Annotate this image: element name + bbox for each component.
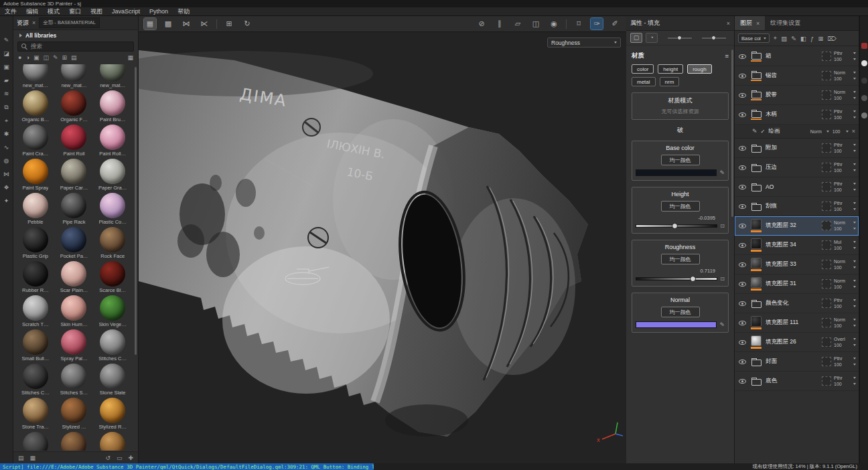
dock-shader-settings-icon[interactable] <box>861 78 867 84</box>
blend-mode-dropdown[interactable]: Norm <box>834 220 856 225</box>
opacity-dropdown[interactable]: 100 <box>834 265 856 270</box>
material-item[interactable]: Paper Gra… <box>93 159 132 191</box>
blend-mode-dropdown[interactable]: Overl <box>834 337 856 341</box>
pen-icon[interactable]: ✑ <box>591 18 603 29</box>
visibility-eye-icon[interactable] <box>737 54 747 59</box>
opacity-dropdown[interactable]: 100 <box>834 226 856 231</box>
normal-uniform-button[interactable]: 均一颜色 <box>661 307 700 317</box>
blend-mode-dropdown[interactable]: Pthr <box>834 51 856 56</box>
material-item[interactable]: Stylized … <box>55 398 94 430</box>
blend-mode-dropdown[interactable]: Pthr <box>834 376 856 380</box>
mask-thumbnail[interactable] <box>822 52 831 61</box>
blend-mode-dropdown[interactable]: Norm <box>834 317 856 322</box>
material-item[interactable]: Paint Roll <box>55 125 94 157</box>
filter-all-icon[interactable]: ● <box>18 54 21 61</box>
material-item[interactable]: Pocket Pa… <box>55 227 94 259</box>
dock-camera-settings-icon[interactable] <box>861 95 867 101</box>
mask-thumbnail[interactable] <box>822 299 831 308</box>
geometry-mask-icon[interactable]: ❖ <box>1 183 11 192</box>
channel-metal-button[interactable]: metal <box>632 77 656 86</box>
import-resources-icon[interactable]: ▭ <box>117 455 123 461</box>
mask-thumbnail[interactable] <box>822 202 831 211</box>
opacity-dropdown[interactable]: 100 <box>834 149 856 153</box>
material-mode-icon[interactable]: ▢ <box>630 33 642 43</box>
quick-mask-icon[interactable]: ◍ <box>1 157 11 165</box>
expand-icon[interactable]: ⊡ <box>720 276 725 282</box>
channel-height-button[interactable]: height <box>658 64 683 74</box>
grid-view-icon[interactable]: ▦ <box>30 455 36 461</box>
add-view-icon[interactable]: ⊞ <box>223 18 235 29</box>
material-item[interactable]: Stitches C… <box>93 329 132 362</box>
opacity-dropdown[interactable]: 100 <box>834 343 856 347</box>
sublayer-blend-dropdown[interactable]: Norm <box>810 129 829 134</box>
channel-color-button[interactable]: color <box>632 64 654 74</box>
visibility-eye-icon[interactable] <box>737 146 747 151</box>
material-item[interactable] <box>93 432 132 451</box>
opacity-dropdown[interactable]: 100 <box>834 187 856 192</box>
layer-row[interactable]: 填充图层 26 Overl 100 <box>735 333 859 352</box>
symmetry-tool-icon[interactable]: ⋈ <box>1 170 11 179</box>
mask-thumbnail[interactable] <box>822 90 831 100</box>
mask-thumbnail[interactable] <box>822 221 831 230</box>
close-icon[interactable]: × <box>756 20 760 27</box>
mask-thumbnail[interactable] <box>822 318 831 327</box>
material-item[interactable]: Paint Cra… <box>16 125 55 157</box>
assets-filter-tab[interactable]: 全部 - BASEMATERIAL <box>39 17 100 28</box>
opacity-dropdown[interactable]: 100 <box>834 57 856 62</box>
material-item[interactable]: Paint Roll… <box>93 125 132 157</box>
blend-mode-dropdown[interactable]: Mul <box>834 240 856 244</box>
menu-edit[interactable]: 编辑 <box>21 7 43 16</box>
material-item[interactable]: Stitches C… <box>16 364 55 396</box>
dock-display-settings-icon[interactable] <box>861 60 867 66</box>
material-item[interactable]: Stone Tra… <box>16 398 55 430</box>
visibility-eye-icon[interactable] <box>737 204 747 209</box>
channel-nrm-button[interactable]: nrm <box>660 77 680 86</box>
visibility-eye-icon[interactable] <box>737 282 747 287</box>
close-icon[interactable]: × <box>32 19 35 26</box>
base-color-uniform-button[interactable]: 均一颜色 <box>661 155 700 165</box>
material-item[interactable]: Rubber R… <box>16 261 55 293</box>
visibility-eye-icon[interactable] <box>737 93 747 98</box>
menu-python[interactable]: Python <box>145 8 173 15</box>
expand-icon[interactable]: ⊡ <box>720 223 725 229</box>
paint-tool-icon[interactable]: ✎ <box>1 36 11 45</box>
opacity-dropdown[interactable]: 100 <box>834 115 856 120</box>
refresh-assets-icon[interactable]: ↺ <box>105 455 111 461</box>
mirror-icon[interactable]: ⋉ <box>198 18 210 29</box>
mask-thumbnail[interactable] <box>822 163 831 172</box>
material-item[interactable]: Stylized R… <box>93 398 132 430</box>
material-item[interactable]: Pipe Rack <box>55 193 94 225</box>
asset-search-input[interactable]: 搜索 <box>17 42 134 52</box>
polygon-fill-tool-icon[interactable]: ▰ <box>1 76 11 85</box>
menu-window[interactable]: 窗口 <box>64 7 86 16</box>
thumbnail-size-icon[interactable]: ▦ <box>127 54 133 61</box>
material-item[interactable]: Rock Face <box>93 227 132 259</box>
smudge-tool-icon[interactable]: ≋ <box>1 90 11 98</box>
layer-row[interactable]: 填充图层 34 Mul 100 <box>735 236 859 255</box>
layer-row[interactable]: AO Pthr 100 <box>735 177 859 197</box>
material-item[interactable] <box>16 432 55 451</box>
uv-checker-icon[interactable]: ▩ <box>162 18 174 29</box>
material-item[interactable]: new_mat… <box>55 64 94 88</box>
layer-row[interactable]: 箱 Pthr 100 <box>735 47 859 66</box>
library-filter-row[interactable]: All libraries <box>13 30 138 41</box>
material-item[interactable]: Stone Slate <box>93 364 132 396</box>
clone-tool-icon[interactable]: ⧉ <box>1 103 11 112</box>
opacity-dropdown[interactable]: 100 <box>834 96 856 100</box>
material-item[interactable]: Scratch T… <box>16 295 55 327</box>
list-view-icon[interactable]: ▤ <box>18 455 24 461</box>
blend-mode-dropdown[interactable]: Pthr <box>834 162 856 167</box>
sublayer-opacity-dropdown[interactable]: 100 <box>833 129 849 134</box>
filter-layers-icon[interactable]: ⌖ <box>774 34 777 42</box>
blend-mode-dropdown[interactable]: Norm <box>834 279 856 283</box>
close-icon[interactable]: × <box>727 20 730 27</box>
material-item[interactable]: Pebble <box>16 193 55 225</box>
assets-scrollbar[interactable] <box>135 67 137 355</box>
mask-thumbnail[interactable] <box>822 240 831 250</box>
material-item[interactable]: Scarce Bl… <box>93 261 132 293</box>
material-item[interactable] <box>55 432 94 451</box>
material-item[interactable]: new_mat… <box>93 64 132 88</box>
layer-row[interactable]: 填充图层 33 Norm 100 <box>735 255 859 275</box>
visibility-eye-icon[interactable] <box>737 379 747 384</box>
visibility-eye-icon[interactable] <box>737 112 747 117</box>
